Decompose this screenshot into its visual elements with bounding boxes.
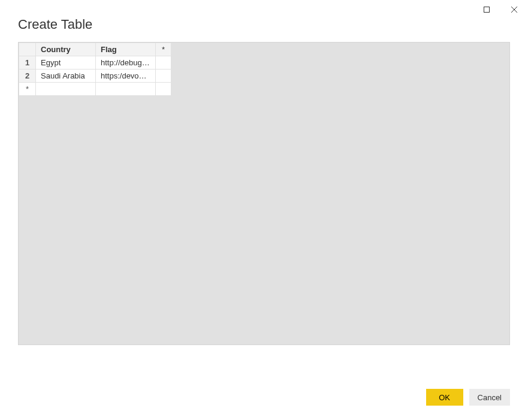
cell-empty[interactable] <box>156 70 171 83</box>
window-controls <box>473 0 528 19</box>
data-grid[interactable]: Country Flag * 1 Egypt http://debug.to/ … <box>19 43 171 96</box>
cell-country[interactable] <box>36 83 96 96</box>
cell-country[interactable]: Saudi Arabia <box>36 70 96 83</box>
cell-country[interactable]: Egypt <box>36 56 96 70</box>
dialog-title: Create Table <box>0 0 528 42</box>
corner-cell[interactable] <box>19 43 36 56</box>
button-bar: OK Cancel <box>426 389 510 406</box>
cell-flag[interactable]: https:/devowor... <box>96 70 156 83</box>
table-row[interactable]: 2 Saudi Arabia https:/devowor... <box>19 70 171 83</box>
maximize-button[interactable] <box>473 0 500 19</box>
row-number[interactable]: 1 <box>19 56 36 70</box>
ok-button[interactable]: OK <box>426 389 463 406</box>
cell-flag[interactable] <box>96 83 156 96</box>
new-row-marker[interactable]: * <box>19 83 36 96</box>
close-button[interactable] <box>500 0 528 19</box>
column-header-add[interactable]: * <box>156 43 171 56</box>
svg-rect-0 <box>484 7 490 13</box>
header-row: Country Flag * <box>19 43 171 56</box>
table-row[interactable]: 1 Egypt http://debug.to/ <box>19 56 171 70</box>
cancel-button[interactable]: Cancel <box>469 389 510 406</box>
maximize-icon <box>484 7 490 13</box>
table-container: Country Flag * 1 Egypt http://debug.to/ … <box>18 42 510 345</box>
row-number[interactable]: 2 <box>19 70 36 83</box>
cell-flag[interactable]: http://debug.to/ <box>96 56 156 70</box>
cell-empty[interactable] <box>156 56 171 70</box>
column-header-flag[interactable]: Flag <box>96 43 156 56</box>
close-icon <box>511 7 517 13</box>
column-header-country[interactable]: Country <box>36 43 96 56</box>
new-row[interactable]: * <box>19 83 171 96</box>
cell-empty[interactable] <box>156 83 171 96</box>
